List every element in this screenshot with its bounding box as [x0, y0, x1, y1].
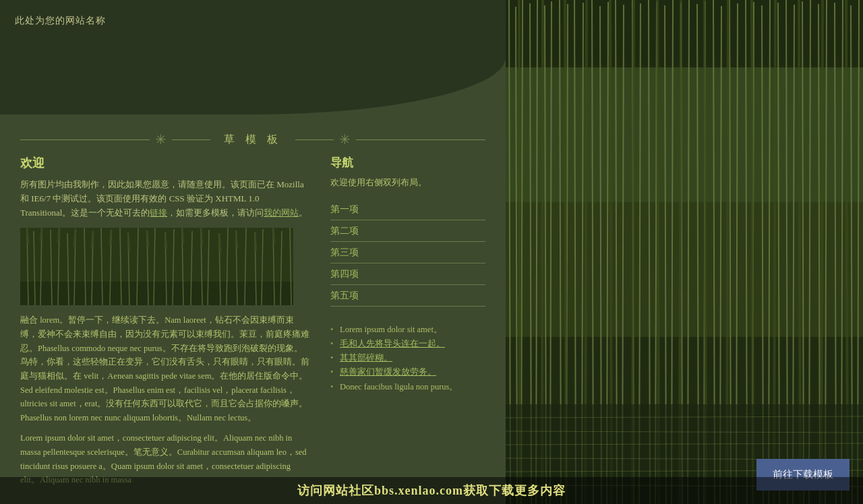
svg-line-36 [74, 229, 76, 247]
content-area: 欢迎 所有图片均由我制作，因此如果您愿意，请随意使用。该页面已在 Mozilla… [0, 155, 506, 494]
welcome-heading: 欢迎 [20, 155, 310, 171]
star-icon-right: ✳ [339, 131, 351, 148]
nav-list: 第一项 第二项 第三项 第四项 第五项 [330, 199, 485, 307]
link-mysite[interactable]: 我的网站 [264, 208, 299, 218]
reed-svg-thumb [20, 228, 293, 305]
nav-link-3[interactable]: 第三项 [330, 247, 359, 257]
right-column: 导航 欢迎使用右侧双列布局。 第一项 第二项 第三项 第四项 第五项 Lorem… [330, 155, 485, 494]
divider-line-left [20, 139, 150, 140]
bullet-item-1: Lorem ipsum dolor sit amet。 [330, 323, 485, 337]
svg-line-38 [110, 230, 111, 245]
left-panel: 此处为您的网站名称 ✳ 草 模 板 ✳ 欢迎 所有图片均由我制作，因此如果您愿意… [0, 0, 506, 504]
divider-line-mid2 [295, 139, 334, 140]
bullet-item-3[interactable]: 其其部碎糊。 [330, 351, 485, 365]
svg-line-47 [273, 228, 274, 243]
nav-item-4[interactable]: 第四项 [330, 263, 485, 285]
nav-item-2[interactable]: 第二项 [330, 220, 485, 242]
watermark: 访问网站社区bbs.xenlao.com获取下载更多内容 [0, 477, 863, 504]
bullet-link-4[interactable]: 慈善家们暂缓发放劳务。 [340, 367, 436, 377]
svg-line-43 [201, 228, 202, 245]
photo-background [506, 0, 863, 504]
nav-item-3[interactable]: 第三项 [330, 242, 485, 263]
bullet-list: Lorem ipsum dolor sit amet。 毛和人先将导头连在一起。… [330, 323, 485, 394]
bullet-link-3[interactable]: 其其部碎糊。 [340, 353, 392, 363]
template-title: 草 模 板 [224, 133, 282, 147]
svg-line-42 [182, 228, 183, 243]
svg-line-37 [92, 231, 93, 248]
svg-line-34 [40, 228, 42, 241]
nav-link-4[interactable]: 第四项 [330, 269, 359, 279]
svg-line-46 [255, 232, 256, 251]
nav-link-5[interactable]: 第五项 [330, 290, 359, 301]
svg-line-41 [165, 232, 167, 249]
svg-line-44 [219, 233, 220, 253]
nav-item-5[interactable]: 第五项 [330, 285, 485, 307]
svg-line-33 [27, 228, 28, 245]
svg-line-40 [147, 230, 148, 247]
divider-line-mid1 [172, 139, 210, 140]
star-icon-left: ✳ [155, 131, 167, 148]
nav-item-1[interactable]: 第一项 [330, 199, 485, 220]
svg-line-35 [58, 228, 59, 243]
divider-area: ✳ 草 模 板 ✳ [20, 131, 485, 148]
content-image [20, 228, 293, 305]
reed-photo-svg [506, 0, 863, 504]
welcome-paragraph: 所有图片均由我制作，因此如果您愿意，请随意使用。该页面已在 Mozilla 和 … [20, 178, 310, 220]
nav-welcome-text: 欢迎使用右侧双列布局。 [330, 176, 485, 189]
site-title: 此处为您的网站名称 [15, 15, 106, 27]
nav-link-2[interactable]: 第二项 [330, 226, 359, 236]
divider-line-right [356, 139, 485, 140]
left-column: 欢迎 所有图片均由我制作，因此如果您愿意，请随意使用。该页面已在 Mozilla… [20, 155, 310, 494]
svg-line-39 [128, 232, 129, 251]
bullet-item-2[interactable]: 毛和人先将导头连在一起。 [330, 337, 485, 351]
right-panel: 前往下载模板 [506, 0, 863, 504]
nav-heading: 导航 [330, 155, 485, 170]
link-chain[interactable]: 链接 [150, 208, 167, 218]
svg-line-45 [236, 230, 237, 248]
svg-rect-1 [20, 282, 293, 305]
bullet-item-5: Donec faucibus ligula non purus。 [330, 380, 485, 394]
bullet-link-2[interactable]: 毛和人先将导头连在一起。 [340, 339, 445, 348]
body-paragraph-1: 融合 lorem。暂停一下，继续读下去。Nam laoreet，钻石不会因束缚而… [20, 313, 310, 424]
nav-link-1[interactable]: 第一项 [330, 204, 359, 214]
bullet-item-4[interactable]: 慈善家们暂缓发放劳务。 [330, 365, 485, 379]
